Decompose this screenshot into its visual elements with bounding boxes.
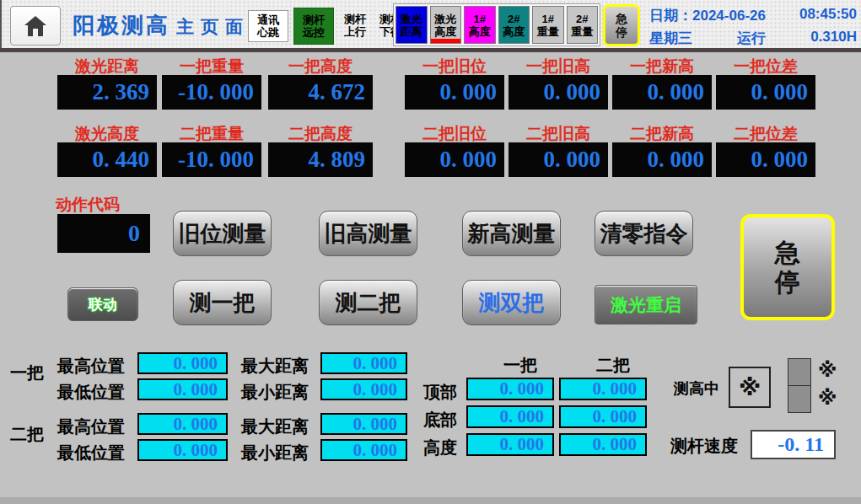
estop-button[interactable]: 急 停	[740, 214, 835, 320]
measure-both-claws-button[interactable]: 测双把	[462, 280, 561, 325]
estop-indicator-text: 停	[616, 25, 627, 39]
group1-max-pos-value: 0. 000	[137, 352, 228, 374]
readout-label: 二把旧位	[405, 123, 504, 141]
rod-indicator-stack	[788, 358, 811, 413]
action-code-value: 0	[57, 214, 150, 253]
indicator-comm-heartbeat: 通讯 心跳	[248, 10, 288, 42]
readout-label: 一把旧位	[405, 56, 504, 73]
page-subtitle: 主页面	[176, 15, 250, 39]
page-title: 阳极测高	[73, 11, 170, 40]
readout-value: 0. 440	[57, 142, 157, 177]
linkage-button[interactable]: 联动	[67, 287, 138, 321]
readout-laser-height: 激光高度 0. 440	[57, 123, 157, 177]
group2-max-pos-value: 0. 000	[137, 413, 228, 435]
table-top-claw1-value: 0. 000	[466, 378, 554, 400]
group1-min-pos-value: 0. 000	[137, 378, 228, 400]
datetime-block: 日期：2024-06-26 08:45:50 星期三 运行 0.310H	[649, 6, 857, 45]
readout-label: 一把位差	[716, 56, 815, 73]
table-bottom-claw1-value: 0. 000	[466, 405, 554, 428]
readout-label: 一把重量	[162, 56, 261, 73]
readout-value: 0. 000	[716, 142, 815, 177]
date-text: 日期：2024-06-26	[649, 6, 766, 25]
reference-mark-icon: ※	[739, 374, 761, 401]
signal-1-weight: 1# 重量	[532, 6, 564, 44]
limit-label-min-dist: 最小距离	[241, 381, 309, 404]
indicator-rod-remote: 测杆 远控	[293, 8, 334, 45]
action-code-label: 动作代码	[56, 194, 120, 216]
readout-claw2-old-pos: 二把旧位 0. 000	[405, 123, 504, 177]
reference-mark-icon: ※	[818, 387, 837, 410]
readout-value: 0. 000	[405, 142, 504, 177]
table-col-header-claw1: 一把	[495, 354, 546, 377]
readout-label: 二把新高	[612, 123, 712, 141]
home-icon	[23, 14, 48, 38]
weekday-text: 星期三	[649, 29, 692, 48]
readout-claw2-height: 二把高度 4. 809	[268, 123, 373, 177]
home-button[interactable]	[10, 6, 61, 46]
signal-2-weight: 2# 重量	[567, 6, 599, 44]
readout-value: 0. 000	[509, 75, 608, 110]
run-hours-text: 0.310H	[810, 29, 857, 48]
rod-speed-value: -0. 11	[751, 430, 836, 459]
readout-label: 二把旧高	[509, 123, 608, 141]
estop-button-text: 停	[775, 267, 800, 297]
indicator-text: 测杆	[344, 13, 366, 25]
readout-claw1-height: 一把高度 4. 672	[268, 56, 373, 110]
group2-min-dist-value: 0. 000	[320, 439, 407, 461]
measure-new-height-button[interactable]: 新高测量	[462, 211, 561, 256]
run-state-text: 运行	[737, 29, 766, 48]
top-bar: 阳极测高 主页面 通讯 心跳 测杆 远控 测杆 上行 测杆 下行 激光 距离 激…	[0, 0, 861, 49]
readout-label: 二把高度	[268, 123, 373, 141]
estop-button-text: 急	[775, 238, 800, 267]
limit-label-max-pos: 最高位置	[57, 416, 125, 438]
time-text: 08:45:50	[799, 6, 857, 25]
limit-label-max-dist: 最大距离	[241, 416, 309, 438]
signal-text: 高度	[469, 25, 491, 38]
limit-label-max-pos: 最高位置	[57, 355, 125, 378]
table-col-header-claw2: 二把	[588, 354, 638, 377]
readout-value: 0. 000	[612, 75, 712, 110]
readout-claw1-weight: 一把重量 -10. 000	[162, 56, 261, 110]
limit-label-min-dist: 最小距离	[241, 442, 309, 464]
hmi-screen: 阳极测高 主页面 通讯 心跳 测杆 远控 测杆 上行 测杆 下行 激光 距离 激…	[0, 0, 861, 504]
signal-text: 激光	[401, 13, 422, 25]
measure-claw2-button[interactable]: 测二把	[319, 280, 417, 325]
signal-text: 重量	[537, 25, 559, 38]
readout-label: 一把高度	[268, 56, 373, 73]
rod-speed-label: 测杆速度	[670, 435, 738, 458]
limit-label-max-dist: 最大距离	[241, 355, 309, 378]
readout-claw1-old-pos: 一把旧位 0. 000	[405, 56, 504, 110]
readout-label: 二把位差	[716, 123, 815, 141]
indicator-text: 上行	[344, 25, 366, 38]
limit-label-min-pos: 最低位置	[57, 381, 125, 404]
estop-indicator: 急 停	[603, 4, 640, 46]
group1-label: 一把	[10, 362, 44, 384]
clear-command-button[interactable]: 清零指令	[595, 211, 693, 256]
readout-label: 一把旧高	[509, 56, 608, 73]
indicator-text: 心跳	[257, 26, 279, 39]
table-row-label-bottom: 底部	[423, 409, 457, 432]
measure-old-height-button[interactable]: 旧高测量	[319, 211, 417, 256]
measure-claw1-button[interactable]: 测一把	[173, 280, 272, 325]
measure-old-pos-button[interactable]: 旧位测量	[173, 211, 272, 256]
readout-claw1-new-height: 一把新高 0. 000	[612, 56, 712, 110]
table-height-claw1-value: 0. 000	[466, 433, 554, 456]
measuring-label: 测高中	[674, 378, 719, 399]
readout-value: 4. 809	[268, 142, 373, 177]
signal-text: 1#	[542, 13, 554, 25]
signal-text: 重量	[571, 25, 593, 38]
laser-reboot-button[interactable]: 激光重启	[595, 285, 697, 324]
indicator-rod-up: 测杆 上行	[336, 10, 374, 40]
signal-lamp-panel: 激光 距离 激光 高度 1# 高度 2# 高度 1# 重量 2#	[393, 3, 600, 46]
topbar-separator	[0, 48, 861, 52]
rod-indicator-cell-up	[788, 358, 811, 386]
readout-claw2-pos-diff: 二把位差 0. 000	[716, 123, 815, 177]
group2-label: 二把	[10, 423, 44, 446]
readout-claw1-pos-diff: 一把位差 0. 000	[716, 56, 815, 110]
rod-indicator-cell-down	[788, 385, 811, 413]
table-row-label-height: 高度	[423, 437, 457, 459]
table-top-claw2-value: 0. 000	[559, 378, 647, 400]
readout-value: 0. 000	[716, 75, 815, 110]
signal-laser-height: 激光 高度	[430, 6, 462, 44]
readout-value: 2. 369	[57, 75, 157, 110]
